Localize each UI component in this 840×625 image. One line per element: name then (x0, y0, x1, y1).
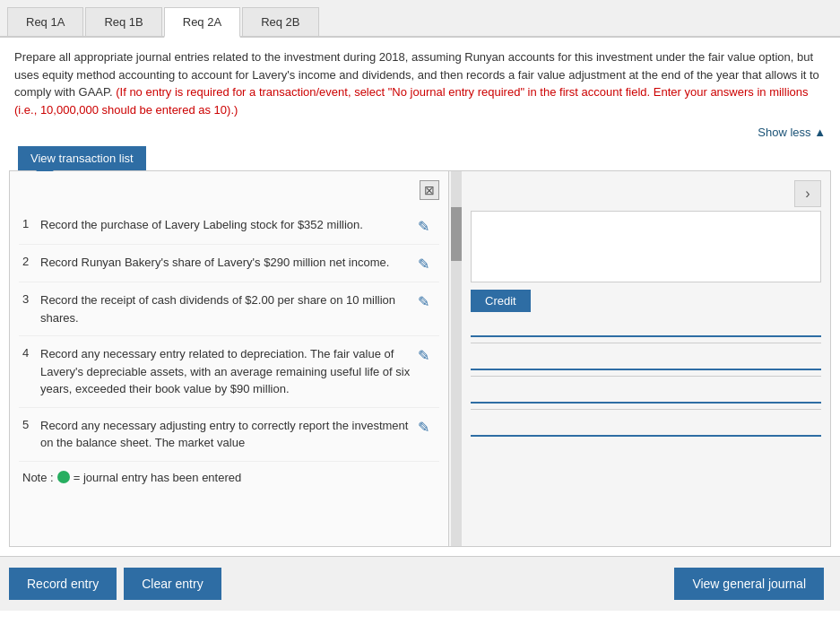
tab-req1b[interactable]: Req 1B (85, 7, 161, 36)
edit-icon-5[interactable]: ✎ (418, 417, 436, 436)
transaction-text-4: Record any necessary entry related to de… (40, 345, 418, 398)
transaction-num-1: 1 (22, 216, 40, 230)
tab-req2b[interactable]: Req 2B (242, 7, 318, 36)
transaction-list-panel: ⊠ 1 Record the purchase of Lavery Labeli… (10, 171, 449, 546)
nav-right-arrow[interactable]: › (794, 180, 821, 207)
transaction-num-2: 2 (22, 254, 40, 268)
transaction-num-3: 3 (22, 291, 40, 306)
transaction-item-4: 4 Record any necessary entry related to … (19, 336, 439, 408)
transaction-text-2: Record Runyan Bakery's share of Lavery's… (40, 254, 418, 272)
view-transaction-list-button[interactable]: View transaction list (18, 146, 146, 170)
transaction-num-5: 5 (22, 417, 40, 431)
transaction-text-3: Record the receipt of cash dividends of … (40, 291, 418, 326)
view-general-journal-button[interactable]: View general journal (674, 568, 824, 600)
main-content-area: ⊠ 1 Record the purchase of Lavery Labeli… (9, 170, 831, 547)
clear-entry-button[interactable]: Clear entry (124, 568, 221, 600)
scrollbar-thumb[interactable] (451, 207, 462, 261)
instructions-red: (If no entry is required for a transacti… (14, 85, 808, 117)
transaction-item-2: 2 Record Runyan Bakery's share of Lavery… (19, 245, 439, 282)
transaction-text-5: Record any necessary adjusting entry to … (40, 417, 418, 452)
transaction-item-3: 3 Record the receipt of cash dividends o… (19, 282, 439, 336)
right-panel: › Credit (462, 171, 830, 546)
credit-input-rows (471, 316, 821, 437)
note-area: Note : = journal entry has been entered (19, 462, 439, 488)
note-label: Note : (22, 471, 54, 484)
edit-icon-4[interactable]: ✎ (418, 345, 436, 364)
edit-icon-3[interactable]: ✎ (418, 291, 436, 310)
close-icon[interactable]: ⊠ (420, 180, 439, 200)
credit-label: Credit (471, 290, 531, 312)
credit-input-row-4 (471, 415, 821, 437)
credit-input-row-1 (471, 316, 821, 337)
tab-req1a[interactable]: Req 1A (7, 7, 83, 36)
transaction-item-5: 5 Record any necessary adjusting entry t… (19, 408, 439, 462)
edit-icon-2[interactable]: ✎ (418, 254, 436, 273)
bottom-buttons-area: Record entry Clear entry View general jo… (0, 556, 840, 611)
edit-icon-1[interactable]: ✎ (418, 216, 436, 235)
instructions-area: Prepare all appropriate journal entries … (0, 38, 840, 126)
journal-entry-area (471, 211, 821, 282)
show-less-link[interactable]: Show less ▲ (0, 126, 840, 146)
record-entry-button[interactable]: Record entry (9, 568, 117, 600)
tab-req2a[interactable]: Req 2A (164, 7, 240, 38)
green-dot-icon (57, 471, 70, 483)
credit-input-row-2 (471, 349, 821, 370)
transaction-item-1: 1 Record the purchase of Lavery Labeling… (19, 207, 439, 245)
transaction-num-4: 4 (22, 345, 40, 360)
note-description: = journal entry has been entered (74, 471, 242, 484)
credit-input-3[interactable] (471, 382, 821, 404)
scrollbar[interactable] (451, 171, 462, 546)
credit-input-row-3 (471, 382, 821, 404)
tabs-container: Req 1A Req 1B Req 2A Req 2B (0, 0, 840, 38)
credit-input-1[interactable] (471, 316, 821, 337)
credit-input-4[interactable] (471, 415, 821, 437)
credit-input-2[interactable] (471, 349, 821, 370)
transaction-text-1: Record the purchase of Lavery Labeling s… (40, 216, 418, 234)
